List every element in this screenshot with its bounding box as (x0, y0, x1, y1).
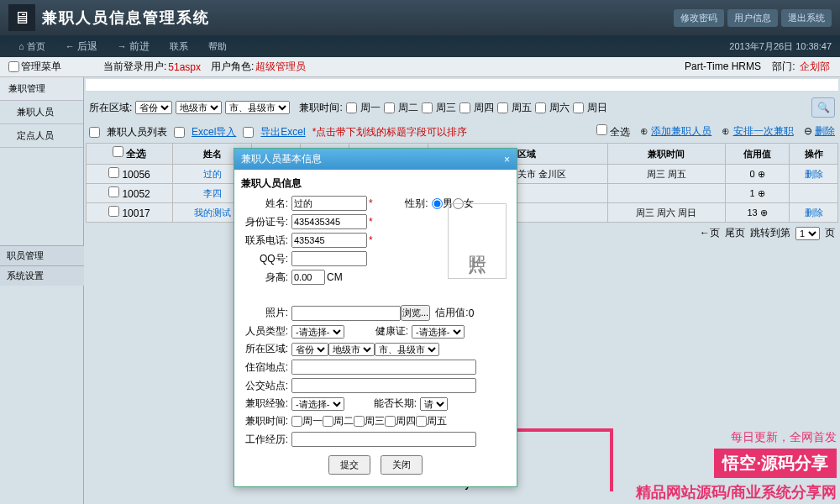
change-password-button[interactable]: 修改密码 (674, 9, 724, 27)
sidebar-item-parttime[interactable]: 兼职人员 (0, 101, 83, 124)
sidebar: 兼职管理 兼职人员 定点人员 职员管理 系统设置 (0, 77, 84, 504)
day-thu-checkbox[interactable] (459, 102, 470, 113)
excel-export-link[interactable]: 导出Excel (260, 125, 305, 139)
phone-input[interactable] (291, 233, 367, 248)
photo-label: 照片: (241, 306, 288, 320)
row-checkbox[interactable] (108, 167, 119, 178)
sort-tip: *点击带下划线的标题字段可以排序 (312, 125, 468, 139)
exit-button[interactable]: 退出系统 (781, 9, 832, 27)
nav-link[interactable]: 联系 (160, 40, 198, 53)
dlg-city-select[interactable]: 地级市 (328, 343, 375, 356)
long-select[interactable]: 请 (420, 397, 448, 411)
exp-select[interactable]: -请选择- (291, 397, 344, 411)
dlg-day-fri[interactable] (416, 416, 427, 427)
addr-label: 住宿地点: (241, 360, 288, 375)
pager-page-select[interactable]: 1 (795, 227, 820, 240)
sidebar-staff-mgmt[interactable]: 职员管理 (0, 245, 84, 265)
row-delete[interactable]: 删除 (790, 165, 838, 184)
dept-label: 部门: (772, 60, 795, 72)
dlg-region-label: 所在区域: (241, 342, 288, 356)
pager-last[interactable]: 尾页 (725, 226, 745, 240)
type-select[interactable]: -请选择- (291, 325, 344, 339)
work-label: 工作经历: (241, 433, 288, 447)
browse-button[interactable]: 浏览... (401, 305, 430, 321)
dlg-county-select[interactable]: 市、县级市 (375, 343, 439, 356)
toolbar: 兼职人员列表 Excel导入 导出Excel *点击带下划线的标题字段可以排序 … (86, 121, 838, 143)
subbar: 管理菜单 当前登录用户: 51aspx 用户角色: 超级管理员 Part-Tim… (0, 57, 840, 77)
pager-jump-label: 跳转到第 (750, 226, 790, 240)
height-label: 身高: (241, 270, 288, 285)
day-sun-checkbox[interactable] (573, 102, 584, 113)
excel-in-checkbox[interactable] (174, 127, 185, 138)
nav-help[interactable]: 帮助 (198, 40, 237, 53)
type-label: 人员类型: (241, 324, 288, 339)
dlg-day-mon[interactable] (291, 416, 302, 427)
th-credit[interactable]: 信用值 (726, 144, 790, 165)
current-user: 51aspx (168, 61, 201, 73)
sidebar-system-settings[interactable]: 系统设置 (0, 265, 84, 286)
day-wed-checkbox[interactable] (422, 102, 433, 113)
dlg-day-tue[interactable] (323, 416, 333, 427)
dlg-day-wed[interactable] (354, 416, 365, 427)
row-delete[interactable]: 删除 (790, 203, 838, 223)
nav-back[interactable]: ← 后退 (55, 39, 108, 54)
list-checkbox[interactable] (89, 127, 100, 138)
logo-icon (8, 4, 35, 31)
name-input[interactable] (291, 196, 367, 211)
long-label: 能否长期: (370, 396, 417, 411)
submit-button[interactable]: 提交 (328, 455, 370, 475)
select-all-checkbox[interactable] (596, 124, 607, 135)
menu-checkbox[interactable] (8, 61, 19, 72)
height-input[interactable] (291, 270, 325, 285)
id-label: 身份证号: (241, 215, 288, 229)
close-button[interactable]: 关闭 (381, 455, 423, 475)
user-info-button[interactable]: 用户信息 (727, 9, 778, 27)
day-mon-checkbox[interactable] (346, 102, 357, 113)
exp-label: 兼职经验: (241, 396, 288, 411)
qq-label: QQ号: (241, 252, 288, 266)
work-input[interactable] (291, 432, 476, 447)
excel-import-link[interactable]: Excel导入 (192, 125, 236, 139)
th-time[interactable]: 兼职时间 (607, 144, 726, 165)
province-select[interactable]: 省份 (135, 101, 172, 114)
add-person-link[interactable]: 添加兼职人员 (651, 125, 711, 137)
gender-male-radio[interactable] (432, 198, 443, 209)
dlg-day-thu[interactable] (385, 416, 396, 427)
dialog-section-header: 兼职人员信息 (241, 176, 510, 191)
current-user-label: 当前登录用户: (103, 60, 166, 74)
row-checkbox[interactable] (108, 186, 119, 197)
day-fri-checkbox[interactable] (497, 102, 508, 113)
health-select[interactable]: -请选择- (412, 325, 465, 339)
nav-home[interactable]: 首页 (8, 40, 55, 53)
day-sat-checkbox[interactable] (535, 102, 546, 113)
arrange-link[interactable]: 安排一次兼职 (733, 125, 794, 137)
excel-out-checkbox[interactable] (243, 127, 254, 138)
dept-value: 企划部 (800, 60, 830, 72)
dlg-province-select[interactable]: 省份 (291, 343, 328, 356)
phone-label: 联系电话: (241, 234, 288, 248)
nav-forward[interactable]: → 前进 (108, 39, 160, 54)
row-checkbox[interactable] (108, 206, 119, 217)
county-select[interactable]: 市、县级市 (225, 101, 290, 114)
app-title: 兼职人员信息管理系统 (42, 8, 210, 28)
qq-input[interactable] (291, 251, 367, 266)
credit-label: 信用值: (435, 306, 468, 320)
city-select[interactable]: 地级市 (176, 101, 222, 114)
height-unit: CM (327, 271, 343, 283)
search-button[interactable] (811, 97, 835, 118)
sidebar-item-fixed[interactable]: 定点人员 (0, 124, 83, 148)
sidebar-root[interactable]: 兼职管理 (0, 77, 83, 101)
dlg-time-label: 兼职时间: (241, 414, 288, 428)
bus-input[interactable] (291, 378, 476, 393)
th-op: 操作 (790, 144, 838, 165)
photo-path-input[interactable] (291, 306, 401, 321)
id-input[interactable] (291, 214, 367, 229)
addr-input[interactable] (291, 360, 476, 375)
pager-prev[interactable]: ←页 (700, 226, 720, 240)
day-tue-checkbox[interactable] (384, 102, 395, 113)
dialog-titlebar[interactable]: 兼职人员基本信息 × (234, 149, 517, 170)
name-label: 姓名: (241, 197, 288, 211)
delete-link[interactable]: 删除 (815, 125, 835, 137)
close-icon[interactable]: × (504, 154, 510, 165)
filter-row: 所在区域: 省份 地级市 市、县级市 兼职时间: 周一 周二 周三 周四 周五 … (86, 94, 838, 121)
